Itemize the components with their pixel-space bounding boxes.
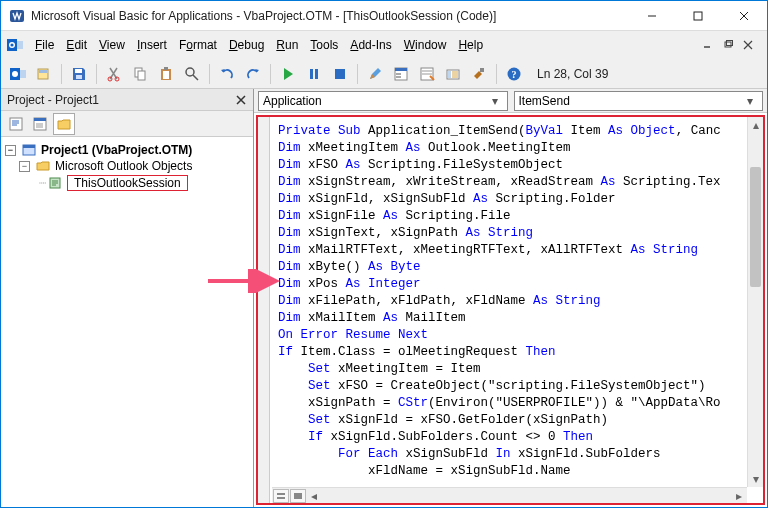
- collapse-icon[interactable]: −: [5, 145, 16, 156]
- scroll-right-icon[interactable]: ▸: [731, 489, 747, 503]
- procedure-combo-value: ItemSend: [519, 94, 570, 108]
- object-browser-button[interactable]: [442, 63, 464, 85]
- mdi-restore[interactable]: [721, 38, 735, 52]
- svg-point-22: [186, 68, 194, 76]
- run-button[interactable]: [277, 63, 299, 85]
- tree-root[interactable]: − Project1 (VbaProject.OTM): [5, 142, 249, 158]
- window-minimize[interactable]: [629, 1, 675, 31]
- menu-edit[interactable]: Edit: [60, 36, 93, 54]
- code-gutter: [258, 117, 270, 503]
- properties-button[interactable]: [416, 63, 438, 85]
- titlebar: Microsoft Visual Basic for Applications …: [1, 1, 767, 31]
- toolbar: ? Ln 28, Col 39: [1, 59, 767, 89]
- svg-rect-39: [10, 118, 22, 130]
- svg-rect-35: [452, 71, 458, 78]
- tree-root-label: Project1 (VbaProject.OTM): [41, 143, 192, 157]
- view-outlook-button[interactable]: [7, 63, 29, 85]
- project-explorer: Project - Project1 − Project1 (VbaProjec…: [1, 89, 254, 507]
- svg-rect-42: [36, 123, 43, 128]
- svg-rect-5: [17, 41, 23, 49]
- tree-leaf[interactable]: ┈ ThisOutlookSession: [39, 174, 249, 192]
- svg-rect-41: [34, 118, 46, 121]
- menu-format[interactable]: Format: [173, 36, 223, 54]
- svg-rect-48: [294, 493, 302, 499]
- svg-rect-28: [396, 73, 401, 75]
- svg-point-9: [12, 71, 18, 77]
- project-panel-close[interactable]: [233, 92, 249, 108]
- object-combo-value: Application: [263, 94, 322, 108]
- project-panel-header: Project - Project1: [1, 89, 253, 111]
- view-code-button[interactable]: [5, 113, 27, 135]
- menu-help[interactable]: Help: [452, 36, 489, 54]
- paste-button[interactable]: [155, 63, 177, 85]
- design-mode-button[interactable]: [364, 63, 386, 85]
- vertical-scrollbar[interactable]: ▴ ▾: [747, 117, 763, 487]
- horizontal-scrollbar[interactable]: ◂ ▸: [272, 487, 747, 503]
- full-module-view-button[interactable]: [290, 489, 306, 503]
- svg-rect-13: [75, 69, 82, 73]
- break-button[interactable]: [303, 63, 325, 85]
- redo-button[interactable]: [242, 63, 264, 85]
- svg-rect-44: [23, 145, 35, 148]
- scroll-down-icon[interactable]: ▾: [748, 471, 763, 487]
- folder-icon: [36, 159, 50, 173]
- procedure-combo[interactable]: ItemSend ▾: [514, 91, 764, 111]
- collapse-icon[interactable]: −: [19, 161, 30, 172]
- toggle-folders-button[interactable]: [53, 113, 75, 135]
- window-close[interactable]: [721, 1, 767, 31]
- procedure-view-button[interactable]: [273, 489, 289, 503]
- window-title: Microsoft Visual Basic for Applications …: [31, 9, 629, 23]
- menu-window[interactable]: Window: [398, 36, 453, 54]
- help-button[interactable]: ?: [503, 63, 525, 85]
- mdi-close[interactable]: [741, 38, 755, 52]
- scroll-left-icon[interactable]: ◂: [306, 489, 322, 503]
- tree-connector: ┈: [39, 176, 46, 190]
- cut-button[interactable]: [103, 63, 125, 85]
- svg-rect-27: [395, 68, 407, 71]
- menu-view[interactable]: View: [93, 36, 131, 54]
- project-panel-title: Project - Project1: [7, 93, 99, 107]
- find-button[interactable]: [181, 63, 203, 85]
- reset-button[interactable]: [329, 63, 351, 85]
- menu-insert[interactable]: Insert: [131, 36, 173, 54]
- svg-rect-20: [163, 71, 169, 79]
- svg-text:?: ?: [512, 69, 517, 80]
- project-explorer-button[interactable]: [390, 63, 412, 85]
- undo-button[interactable]: [216, 63, 238, 85]
- menubar: File Edit View Insert Format Debug Run T…: [1, 31, 767, 59]
- view-object-button[interactable]: [29, 113, 51, 135]
- vba-app-icon: [9, 8, 25, 24]
- svg-rect-29: [396, 76, 401, 78]
- svg-rect-31: [422, 70, 432, 72]
- svg-rect-36: [480, 68, 484, 72]
- tree-folder[interactable]: − Microsoft Outlook Objects: [19, 158, 249, 174]
- vba-window: Microsoft Visual Basic for Applications …: [0, 0, 768, 508]
- scroll-up-icon[interactable]: ▴: [748, 117, 763, 133]
- code-panel: Application ▾ ItemSend ▾ Private Sub App…: [254, 89, 767, 507]
- menu-addins[interactable]: Add-Ins: [344, 36, 397, 54]
- chevron-down-icon: ▾: [742, 94, 758, 108]
- object-combo[interactable]: Application ▾: [258, 91, 508, 111]
- svg-rect-34: [448, 71, 451, 78]
- window-maximize[interactable]: [675, 1, 721, 31]
- toolbox-button[interactable]: [468, 63, 490, 85]
- svg-rect-1: [694, 12, 702, 20]
- menu-debug[interactable]: Debug: [223, 36, 270, 54]
- insert-module-button[interactable]: [33, 63, 55, 85]
- svg-rect-32: [422, 73, 432, 75]
- code-editor[interactable]: Private Sub Application_ItemSend(ByVal I…: [256, 115, 765, 505]
- scrollbar-thumb[interactable]: [750, 167, 761, 287]
- project-tree[interactable]: − Project1 (VbaProject.OTM) − Microsoft …: [1, 137, 253, 507]
- menu-file[interactable]: File: [29, 36, 60, 54]
- menu-run[interactable]: Run: [270, 36, 304, 54]
- tree-leaf-label: ThisOutlookSession: [67, 175, 188, 191]
- menu-tools[interactable]: Tools: [304, 36, 344, 54]
- cursor-position: Ln 28, Col 39: [537, 67, 608, 81]
- svg-rect-25: [335, 69, 345, 79]
- copy-button[interactable]: [129, 63, 151, 85]
- chevron-down-icon: ▾: [487, 94, 503, 108]
- module-icon: [48, 176, 62, 190]
- svg-rect-14: [76, 75, 82, 79]
- save-button[interactable]: [68, 63, 90, 85]
- mdi-minimize[interactable]: [701, 38, 715, 52]
